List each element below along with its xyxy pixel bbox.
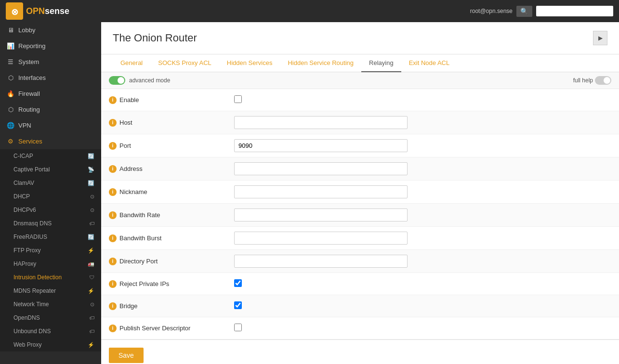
dnsmasq-icon: 🏷 (89, 221, 94, 226)
sidebar-item-firewall[interactable]: 🔥 Firewall (0, 86, 101, 102)
web-proxy-label: Web Proxy (13, 341, 41, 348)
tab-general[interactable]: General (113, 54, 150, 72)
svg-text:⊗: ⊗ (11, 7, 18, 17)
sidebar-item-ftp-proxy[interactable]: FTP Proxy ⚡ (0, 244, 101, 257)
sidebar-label-system: System (18, 58, 39, 65)
haproxy-label: HAProxy (13, 260, 36, 267)
label-text-bridge: Bridge (119, 302, 138, 310)
input-bandwith-burst[interactable] (234, 232, 408, 245)
form-row-bandwith-burst: i Bandwith Burst (101, 227, 619, 250)
info-icon-port: i (109, 142, 117, 150)
sidebar-item-freeradius[interactable]: FreeRADIUS 🔄 (0, 230, 101, 244)
label-enable: i Enable (109, 96, 234, 104)
dhcp-icon: ⊙ (90, 194, 94, 200)
navbar-right: root@opn.sense 🔍 (470, 6, 613, 17)
sidebar-item-clamav[interactable]: ClamAV 🔄 (0, 176, 101, 190)
control-nickname (234, 185, 408, 198)
advanced-mode-label: advanced mode (129, 77, 170, 84)
sidebar-item-lobby[interactable]: 🖥 Lobby (0, 22, 101, 38)
sidebar-item-services[interactable]: ⚙ Services (0, 133, 101, 149)
sidebar-item-unbound-dns[interactable]: Unbound DNS 🏷 (0, 325, 101, 338)
input-directory-port[interactable] (234, 255, 408, 268)
play-button[interactable]: ▶ (593, 31, 607, 45)
form-row-reject-private-ips: i Reject Private IPs (101, 273, 619, 295)
sidebar-label-interfaces: Interfaces (18, 74, 46, 81)
checkbox-bridge[interactable] (234, 301, 242, 309)
input-address[interactable] (234, 162, 408, 175)
input-host[interactable] (234, 116, 408, 129)
form-row-directory-port: i Directory Port (101, 250, 619, 273)
sidebar-label-reporting: Reporting (18, 42, 45, 50)
tab-relaying[interactable]: Relaying (361, 54, 401, 72)
clamav-icon: 🔄 (88, 180, 94, 186)
sidebar-item-dnsmasq-dns[interactable]: Dnsmasq DNS 🏷 (0, 217, 101, 230)
freeradius-icon: 🔄 (88, 234, 94, 240)
checkbox-reject-private-ips[interactable] (234, 279, 242, 287)
captive-portal-icon: 📡 (88, 167, 94, 173)
tab-hidden-service-routing[interactable]: Hidden Service Routing (280, 54, 361, 72)
search-input[interactable] (536, 6, 613, 16)
dhcpv6-label: DHCPv6 (13, 207, 36, 213)
page-title: The Onion Router (113, 32, 197, 44)
label-text-publish-server-descriptor: Publish Server Descriptor (119, 325, 190, 332)
sidebar-label-services: Services (18, 138, 42, 145)
page-header: The Onion Router ▶ (101, 22, 619, 54)
mdns-repeater-icon: ⚡ (88, 288, 94, 294)
sidebar-item-web-proxy[interactable]: Web Proxy ⚡ (0, 338, 101, 351)
control-reject-private-ips (234, 279, 408, 288)
sidebar-item-intrusion-detection[interactable]: Intrusion Detection 🛡 (0, 271, 101, 284)
label-text-bandwith-burst: Bandwith Burst (119, 234, 161, 242)
label-text-port: Port (119, 142, 131, 149)
control-bandwith-rate (234, 208, 408, 221)
save-section: Save (101, 339, 619, 364)
logo-sense: sense (45, 6, 69, 16)
form-row-host: i Host (101, 111, 619, 134)
sidebar-item-reporting[interactable]: 📊 Reporting (0, 38, 101, 54)
dhcp-label: DHCP (13, 193, 30, 200)
control-bridge (234, 301, 408, 311)
dhcpv6-icon: ⊙ (90, 207, 94, 213)
c-icap-label: C-ICAP (13, 153, 33, 159)
tab-exit-node-acl[interactable]: Exit Node ACL (401, 54, 458, 72)
search-button[interactable]: 🔍 (516, 6, 532, 17)
opendns-icon: 🏷 (89, 315, 94, 321)
label-text-address: Address (119, 165, 143, 172)
save-button[interactable]: Save (109, 348, 144, 363)
sidebar-item-opendns[interactable]: OpenDNS 🏷 (0, 311, 101, 325)
sidebar-item-routing[interactable]: ⬡ Routing (0, 102, 101, 117)
input-bandwith-rate[interactable] (234, 208, 408, 221)
tab-hidden-services[interactable]: Hidden Services (219, 54, 280, 72)
sidebar-item-haproxy[interactable]: HAProxy 🚛 (0, 257, 101, 271)
sidebar-label-lobby: Lobby (18, 26, 35, 34)
sidebar: 🖥 Lobby 📊 Reporting ☰ System ⬡ Interface… (0, 22, 101, 364)
sidebar-label-routing: Routing (18, 106, 40, 113)
advanced-mode-left: advanced mode (109, 76, 170, 85)
form-row-address: i Address (101, 157, 619, 181)
navbar: ⊗ OPN sense root@opn.sense 🔍 (0, 0, 619, 22)
label-host: i Host (109, 119, 234, 127)
sidebar-item-dhcp[interactable]: DHCP ⊙ (0, 190, 101, 203)
layout: 🖥 Lobby 📊 Reporting ☰ System ⬡ Interface… (0, 22, 619, 364)
sidebar-item-vpn[interactable]: 🌐 VPN (0, 117, 101, 133)
input-nickname[interactable] (234, 185, 408, 198)
sidebar-item-c-icap[interactable]: C-ICAP 🔄 (0, 149, 101, 163)
checkbox-publish-server-descriptor[interactable] (234, 324, 242, 331)
sidebar-item-captive-portal[interactable]: Captive Portal 📡 (0, 163, 101, 176)
input-port[interactable] (234, 139, 408, 152)
label-text-nickname: Nickname (119, 188, 147, 195)
sidebar-item-mdns-repeater[interactable]: MDNS Repeater ⚡ (0, 284, 101, 298)
ftp-proxy-label: FTP Proxy (13, 247, 40, 254)
info-icon-address: i (109, 165, 117, 173)
full-help-toggle[interactable] (595, 76, 611, 85)
sidebar-item-system[interactable]: ☰ System (0, 54, 101, 70)
interfaces-icon: ⬡ (7, 74, 14, 81)
label-text-bandwith-rate: Bandwith Rate (119, 211, 160, 219)
sidebar-item-network-time[interactable]: Network Time ⊙ (0, 298, 101, 311)
sidebar-item-interfaces[interactable]: ⬡ Interfaces (0, 70, 101, 86)
label-bridge: i Bridge (109, 302, 234, 310)
sidebar-item-dhcpv6[interactable]: DHCPv6 ⊙ (0, 203, 101, 217)
checkbox-enable[interactable] (234, 95, 242, 103)
reporting-icon: 📊 (7, 42, 14, 50)
tab-socks-proxy-acl[interactable]: SOCKS Proxy ACL (150, 54, 219, 72)
advanced-mode-toggle[interactable] (109, 76, 125, 85)
